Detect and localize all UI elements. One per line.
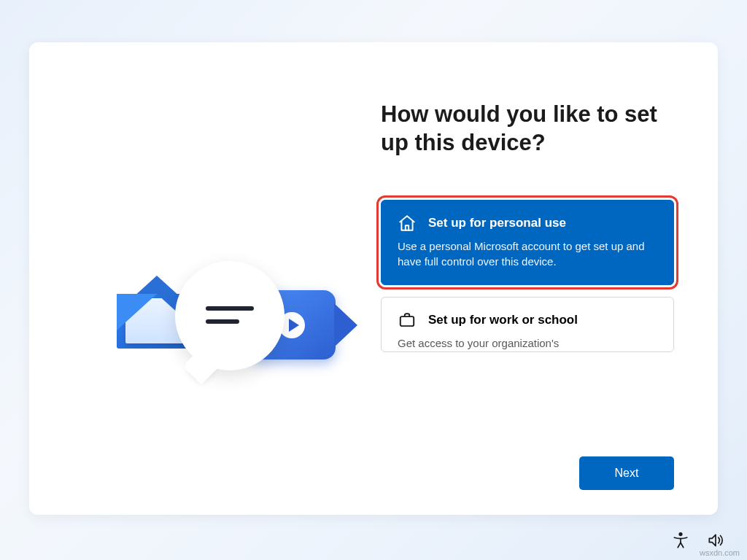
watermark: wsxdn.com xyxy=(700,548,740,557)
option-description: Use a personal Microsoft account to get … xyxy=(398,238,657,271)
option-work-school[interactable]: Set up for work or school Get access to … xyxy=(381,297,674,352)
illustration-pane xyxy=(29,42,374,515)
illustration xyxy=(117,261,336,392)
form-pane: How would you like to set up this device… xyxy=(374,42,718,515)
volume-icon[interactable] xyxy=(706,531,725,550)
option-description: Get access to your organization's xyxy=(398,335,657,351)
option-title: Set up for personal use xyxy=(428,216,566,230)
accessibility-icon[interactable] xyxy=(671,531,690,550)
svg-point-1 xyxy=(679,533,681,535)
setup-panel: How would you like to set up this device… xyxy=(29,42,718,515)
home-icon xyxy=(398,214,417,233)
option-title: Set up for work or school xyxy=(428,313,578,327)
svg-rect-0 xyxy=(400,316,414,326)
option-personal-use[interactable]: Set up for personal use Use a personal M… xyxy=(381,200,674,286)
briefcase-icon xyxy=(398,311,417,330)
chat-bubble-icon xyxy=(175,261,285,370)
system-tray xyxy=(671,531,725,550)
content-row: How would you like to set up this device… xyxy=(29,42,718,515)
page-title: How would you like to set up this device… xyxy=(381,101,674,158)
next-button[interactable]: Next xyxy=(579,456,674,490)
